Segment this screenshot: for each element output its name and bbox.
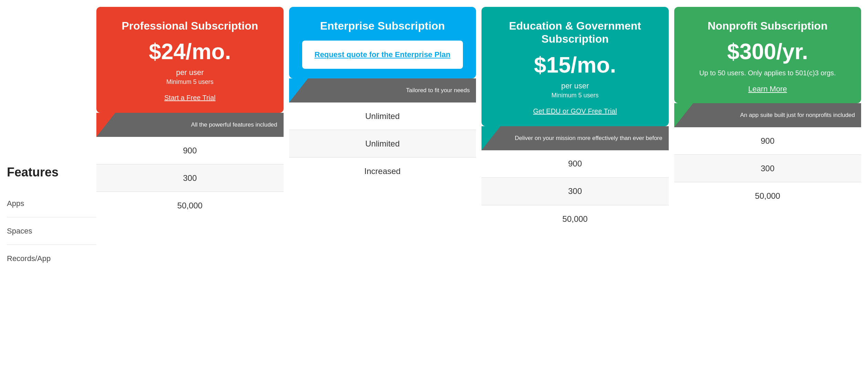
feature-label-spaces: Spaces	[7, 217, 96, 245]
professional-min-users: Minimum 5 users	[106, 78, 274, 86]
enterprise-desc-bar: Tailored to fit your needs	[289, 78, 476, 102]
professional-title: Professional Subscription	[106, 19, 274, 32]
nonprofit-cta[interactable]: Learn More	[748, 85, 787, 93]
feature-label-records: Records/App	[7, 245, 96, 272]
edu-gov-feature-spaces: 300	[481, 178, 669, 205]
plan-nonprofit: Nonprofit Subscription $300/yr. Up to 50…	[674, 7, 861, 210]
edu-gov-header: Education & Government Subscription $15/…	[481, 7, 669, 126]
nonprofit-title: Nonprofit Subscription	[684, 19, 852, 32]
edu-gov-per-user: per user	[491, 82, 659, 90]
edu-gov-desc: Deliver on your mission more effectively…	[515, 134, 663, 142]
nonprofit-feature-spaces: 300	[674, 155, 861, 182]
nonprofit-price: $300/yr.	[684, 41, 852, 63]
plans-container: Professional Subscription $24/mo. per us…	[96, 7, 861, 233]
enterprise-quote-box[interactable]: Request quote for the Enterprise Plan	[302, 41, 463, 69]
enterprise-feature-apps: Unlimited	[289, 102, 476, 130]
enterprise-features: Unlimited Unlimited Increased	[289, 102, 476, 185]
edu-gov-cta[interactable]: Get EDU or GOV Free Trial	[533, 107, 617, 115]
enterprise-quote-link[interactable]: Request quote for the Enterprise Plan	[315, 50, 451, 59]
professional-desc-bar: All the powerful features included	[96, 113, 284, 137]
enterprise-feature-spaces: Unlimited	[289, 130, 476, 158]
page-container: Features Apps Spaces Records/App Profess…	[0, 0, 868, 286]
professional-desc: All the powerful features included	[191, 121, 277, 129]
nonprofit-desc-bar: An app suite built just for nonprofits i…	[674, 103, 861, 127]
edu-gov-feature-records: 50,000	[481, 205, 669, 233]
plan-enterprise: Enterprise Subscription Request quote fo…	[289, 7, 476, 185]
nonprofit-header: Nonprofit Subscription $300/yr. Up to 50…	[674, 7, 861, 103]
edu-gov-desc-bar: Deliver on your mission more effectively…	[481, 126, 669, 150]
plan-edu-gov: Education & Government Subscription $15/…	[481, 7, 669, 233]
features-labels: Features Apps Spaces Records/App	[7, 7, 96, 272]
nonprofit-feature-apps: 900	[674, 127, 861, 155]
nonprofit-desc-text: Up to 50 users. Only applies to 501(c)3 …	[684, 68, 852, 78]
professional-feature-records: 50,000	[96, 192, 284, 219]
enterprise-header: Enterprise Subscription Request quote fo…	[289, 7, 476, 78]
edu-gov-min-users: Minimum 5 users	[491, 92, 659, 99]
edu-gov-feature-apps: 900	[481, 150, 669, 178]
professional-per-user: per user	[106, 68, 274, 77]
professional-features: 900 300 50,000	[96, 137, 284, 219]
professional-feature-spaces: 300	[96, 164, 284, 192]
edu-gov-price: $15/mo.	[491, 54, 659, 76]
enterprise-title: Enterprise Subscription	[299, 19, 467, 32]
nonprofit-desc: An app suite built just for nonprofits i…	[740, 111, 855, 119]
feature-label-apps: Apps	[7, 190, 96, 217]
enterprise-feature-records: Increased	[289, 158, 476, 185]
edu-gov-title: Education & Government Subscription	[491, 19, 659, 46]
professional-feature-apps: 900	[96, 137, 284, 164]
edu-gov-features: 900 300 50,000	[481, 150, 669, 233]
plan-professional: Professional Subscription $24/mo. per us…	[96, 7, 284, 219]
features-title: Features	[7, 165, 96, 180]
professional-cta[interactable]: Start a Free Trial	[164, 94, 215, 102]
professional-price: $24/mo.	[106, 41, 274, 63]
enterprise-desc: Tailored to fit your needs	[406, 86, 470, 95]
professional-header: Professional Subscription $24/mo. per us…	[96, 7, 284, 113]
nonprofit-feature-records: 50,000	[674, 182, 861, 210]
nonprofit-features: 900 300 50,000	[674, 127, 861, 210]
